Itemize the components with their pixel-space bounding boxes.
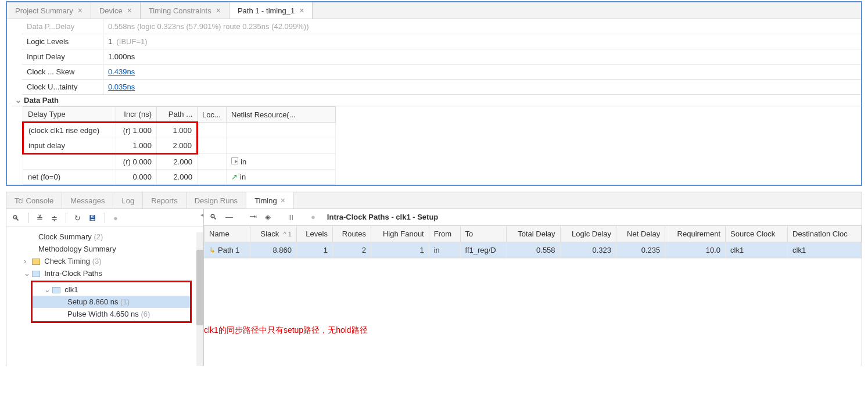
table-row[interactable]: (r) 0.000 2.000 in (23, 154, 336, 170)
record-icon[interactable]: ● (113, 214, 118, 222)
table-row[interactable]: net (fo=0) 0.000 2.000 ↗in (23, 170, 336, 185)
col-slack[interactable]: Slack ^ 1 (250, 226, 297, 242)
tab-reports[interactable]: Reports (143, 192, 186, 209)
summary-value: 1.000ns (103, 49, 861, 64)
tab-label: Timing Constraints (149, 6, 211, 15)
tab-design-runs[interactable]: Design Runs (186, 192, 246, 209)
tree-item-methodology-summary[interactable]: Methodology Summary (6, 243, 203, 255)
expand-all-icon[interactable]: ≑ (51, 214, 58, 222)
annotation-box: ⌄ clk1 Setup 8.860 ns (1) Pulse Width 4.… (31, 281, 192, 323)
cell-logic-delay: 0.323 (560, 242, 616, 259)
paths-title: Intra-Clock Paths - clk1 - Setup (327, 213, 438, 221)
tree-item-setup[interactable]: Setup 8.860 ns (1) (33, 296, 190, 308)
caret-right-icon: › (24, 257, 30, 265)
col-net-delay[interactable]: Net Delay (616, 226, 665, 242)
tab-label: Project Summary (15, 6, 73, 15)
tab-device[interactable]: Device × (91, 2, 141, 19)
tree-toolbar: 🔍︎ ≚ ≑ ↻ 💾︎ ● ◂ (6, 209, 203, 227)
tree-item-clock-summary[interactable]: Clock Summary (2) (6, 231, 203, 243)
col-levels[interactable]: Levels (296, 226, 332, 242)
tree-item-check-timing[interactable]: › Check Timing (3) (6, 255, 203, 267)
cell-net-delay: 0.235 (616, 242, 665, 259)
col-dest-clock[interactable]: Destination Cloc (788, 226, 862, 242)
close-icon[interactable]: × (299, 6, 304, 15)
scrollbar-thumb[interactable] (196, 250, 203, 325)
top-tab-bar: Project Summary × Device × Timing Constr… (7, 2, 861, 19)
col-requirement[interactable]: Requirement (665, 226, 726, 242)
caret-down-icon: ⌄ (24, 269, 30, 278)
clock-uncertainty-link[interactable]: 0.035ns (108, 82, 135, 91)
sort-indicator: ^ 1 (284, 231, 292, 238)
cell-dst-clock: clk1 (788, 242, 862, 259)
col-incr[interactable]: Incr (ns) (116, 107, 157, 123)
record-icon[interactable]: ● (311, 213, 315, 221)
paths-grid: Name Slack ^ 1 Levels Routes High Fanout… (204, 225, 862, 259)
timing-paths-pane: 🔍︎ — ⭲ ◈ ⫼ ● Intra-Clock Paths - clk1 - … (204, 209, 862, 366)
save-icon[interactable]: 💾︎ (89, 214, 96, 222)
close-icon[interactable]: × (127, 6, 132, 15)
scrollbar[interactable] (196, 232, 203, 366)
col-to[interactable]: To (460, 226, 507, 242)
col-source-clock[interactable]: Source Clock (726, 226, 788, 242)
path-icon: ↳ (209, 246, 216, 254)
table-header-row: Delay Type Incr (ns) Path ... Loc... Net… (23, 107, 336, 123)
tab-project-summary[interactable]: Project Summary × (7, 2, 91, 19)
tab-messages[interactable]: Messages (62, 192, 113, 209)
tree-item-pulse-width[interactable]: Pulse Width 4.650 ns (6) (33, 308, 190, 320)
tree-item-clk1[interactable]: ⌄ clk1 (33, 283, 190, 296)
cell-slack: 8.860 (250, 242, 297, 259)
tab-label: Path 1 - timing_1 (238, 6, 295, 15)
col-netlist[interactable]: Netlist Resource(... (227, 107, 336, 123)
tab-log[interactable]: Log (113, 192, 143, 209)
cell-requirement: 10.0 (665, 242, 726, 259)
folder-icon (32, 271, 40, 277)
cell-high-fanout: 1 (371, 242, 429, 259)
input-port-icon (231, 157, 238, 164)
tab-timing-constraints[interactable]: Timing Constraints × (141, 2, 229, 19)
collapse-arrow-icon[interactable]: ◂ (200, 211, 203, 218)
timing-body: 🔍︎ ≚ ≑ ↻ 💾︎ ● ◂ Clock Summary (2) Method… (6, 209, 862, 366)
col-high-fanout[interactable]: High Fanout (371, 226, 429, 242)
clock-skew-link[interactable]: 0.439ns (108, 67, 135, 76)
tab-tcl-console[interactable]: Tcl Console (6, 192, 62, 209)
cell-routes: 2 (332, 242, 371, 259)
summary-table: Data P...Delay 0.558ns (logic 0.323ns (5… (22, 19, 861, 95)
col-path[interactable]: Path ... (157, 107, 198, 123)
minus-icon[interactable]: — (225, 213, 233, 221)
bottom-tab-bar: Tcl Console Messages Log Reports Design … (6, 192, 862, 209)
cell-total-delay: 0.558 (507, 242, 560, 259)
table-row[interactable]: input delay 1.000 2.000 (23, 138, 336, 154)
caret-down-icon: ⌄ (15, 96, 21, 105)
col-total-delay[interactable]: Total Delay (507, 226, 560, 242)
goto-icon[interactable]: ⭲ (249, 213, 257, 221)
summary-value: 1 (IBUF=1) (103, 34, 861, 49)
tab-path-1-timing-1[interactable]: Path 1 - timing_1 × (229, 2, 313, 19)
cell-name: ↳Path 1 (205, 242, 250, 259)
summary-value: 0.439ns (103, 64, 861, 79)
schematic-icon[interactable]: ◈ (265, 213, 271, 221)
grid-toolbar: 🔍︎ — ⭲ ◈ ⫼ ● Intra-Clock Paths - clk1 - … (204, 209, 862, 225)
tab-timing[interactable]: Timing × (246, 192, 294, 209)
section-title: Data Path (24, 96, 59, 105)
summary-label: Data P...Delay (22, 19, 103, 34)
close-icon[interactable]: × (216, 6, 221, 15)
col-delay-type[interactable]: Delay Type (23, 107, 116, 123)
col-from[interactable]: From (429, 226, 460, 242)
timing-panel: Tcl Console Messages Log Reports Design … (6, 192, 862, 366)
summary-value: 0.035ns (103, 80, 861, 94)
tree-item-intra-clock-paths[interactable]: ⌄ Intra-Clock Paths (6, 267, 203, 279)
close-icon[interactable]: × (281, 196, 285, 205)
collapse-all-icon[interactable]: ≚ (37, 214, 43, 222)
grid-row-path-1[interactable]: ↳Path 1 8.860 1 2 1 in ff1_reg/D 0.558 0… (205, 242, 862, 259)
histogram-icon[interactable]: ⫼ (287, 213, 295, 221)
search-icon[interactable]: 🔍︎ (210, 213, 217, 221)
search-icon[interactable]: 🔍︎ (12, 214, 20, 222)
close-icon[interactable]: × (78, 6, 83, 15)
table-row[interactable]: (clock clk1 rise edge) (r) 1.000 1.000 (23, 123, 336, 138)
refresh-icon[interactable]: ↻ (74, 214, 81, 222)
col-logic-delay[interactable]: Logic Delay (560, 226, 616, 242)
col-name[interactable]: Name (205, 226, 250, 242)
col-routes[interactable]: Routes (332, 226, 371, 242)
data-path-section-header[interactable]: ⌄ Data Path (12, 95, 861, 106)
col-loc[interactable]: Loc... (198, 107, 227, 123)
